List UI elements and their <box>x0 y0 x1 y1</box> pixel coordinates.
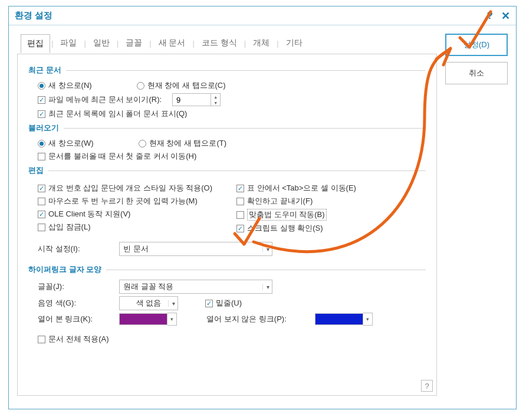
double-click-check[interactable]: 마우스로 두 번 누르기 한 곳에 입력 가능(M) <box>38 196 198 206</box>
recent-new-window-radio[interactable]: 새 창으로(N) <box>38 80 92 91</box>
edit-panel: 최근 문서 새 창으로(N) 현재 창에 새 탭으로(C) 파일 메뉴에 최근 … <box>17 54 437 396</box>
dialog-title: 환경 설정 <box>15 10 487 21</box>
tab-font[interactable]: 글꼴 <box>120 34 148 52</box>
ok-button[interactable]: 설정(D) <box>445 34 508 56</box>
font-select[interactable]: 원래 글꼴 적용 <box>119 280 272 294</box>
unvisited-link-label: 열어 보지 않은 링크(P): <box>206 314 287 324</box>
insert-lock-check[interactable]: 삽입 잠금(L) <box>38 222 91 232</box>
recent-show-menu-check[interactable]: 파일 메뉴에 최근 문서 보이기(R): <box>38 94 162 105</box>
section-open-title: 불러오기 <box>28 123 426 133</box>
open-new-window-radio[interactable]: 새 창으로(W) <box>38 138 94 149</box>
ole-check[interactable]: OLE Client 동작 지원(V) <box>38 209 130 219</box>
tab-file[interactable]: 파일 <box>54 34 83 52</box>
tab-cell-check[interactable]: 표 안에서 <Tab>으로 셀 이동(E) <box>236 183 356 193</box>
tab-newdoc[interactable]: 새 문서 <box>153 34 192 52</box>
recent-new-tab-radio[interactable]: 현재 창에 새 탭으로(C) <box>137 80 226 91</box>
dropdown-icon[interactable]: ▾ <box>167 313 177 326</box>
recent-temp-folder-check[interactable]: 최근 문서 목록에 임시 폴더 문서 표시(Q) <box>38 109 187 119</box>
recent-count-spinner[interactable]: ▲▼ <box>172 93 221 106</box>
outline-style-check[interactable]: 개요 번호 삽입 문단에 개요 스타일 자동 적용(O) <box>38 183 212 193</box>
section-hyperlink-title: 하이퍼링크 글자 모양 <box>28 264 426 275</box>
tab-codeformat[interactable]: 코드 형식 <box>196 34 243 52</box>
open-new-tab-radio[interactable]: 현재 창에 새 탭으로(T) <box>139 138 226 149</box>
recent-count-input[interactable] <box>173 94 211 106</box>
visited-link-label: 열어 본 링크(K): <box>38 314 109 324</box>
start-setting-label: 시작 설정(I): <box>38 244 109 254</box>
underline-check[interactable]: 밑줄(U) <box>205 298 242 309</box>
help-corner-icon[interactable]: ? <box>421 380 433 392</box>
close-icon[interactable]: ✕ <box>501 9 510 22</box>
confirm-exit-check[interactable]: 확인하고 끝내기(F) <box>236 196 313 206</box>
visited-color-swatch[interactable]: ▾ <box>119 313 177 326</box>
spinner-up-icon[interactable]: ▲ <box>211 94 220 100</box>
start-setting-select[interactable]: 빈 문서 <box>119 242 272 256</box>
shade-select[interactable]: 색 없음 <box>119 296 178 310</box>
cursor-first-check[interactable]: 문서를 불러올 때 문서 첫 줄로 커서 이동(H) <box>38 151 196 162</box>
section-recent-title: 최근 문서 <box>28 65 426 76</box>
spellcheck-check[interactable]: 맞춤법 도우미 작동(B) <box>236 209 327 221</box>
spinner-down-icon[interactable]: ▼ <box>211 100 220 106</box>
shade-label: 음영 색(G): <box>38 298 109 309</box>
cancel-button[interactable]: 취소 <box>445 62 508 84</box>
help-icon[interactable]: ? <box>487 10 493 22</box>
script-confirm-check[interactable]: 스크립트 실행 확인(S) <box>236 223 323 234</box>
tab-object[interactable]: 개체 <box>247 34 275 52</box>
tab-edit[interactable]: 편집 <box>21 34 50 53</box>
unvisited-color-swatch[interactable]: ▾ <box>315 313 373 326</box>
tabs: 편집 | 파일 | 일반 | 글꼴 | 새 문서 | 코드 형식 | 개체 | … <box>17 34 437 52</box>
tab-other[interactable]: 기타 <box>280 34 308 52</box>
preferences-dialog: 환경 설정 ? ✕ 편집 | 파일 | 일반 | 글꼴 | 새 문서 | 코드 … <box>8 6 517 409</box>
section-edit-title: 편집 <box>28 165 426 176</box>
font-label: 글꼴(J): <box>38 281 109 292</box>
apply-all-check[interactable]: 문서 전체 적용(A) <box>38 334 109 344</box>
title-bar: 환경 설정 ? ✕ <box>9 6 516 25</box>
tab-general[interactable]: 일반 <box>87 34 116 52</box>
dropdown-icon[interactable]: ▾ <box>363 313 373 326</box>
